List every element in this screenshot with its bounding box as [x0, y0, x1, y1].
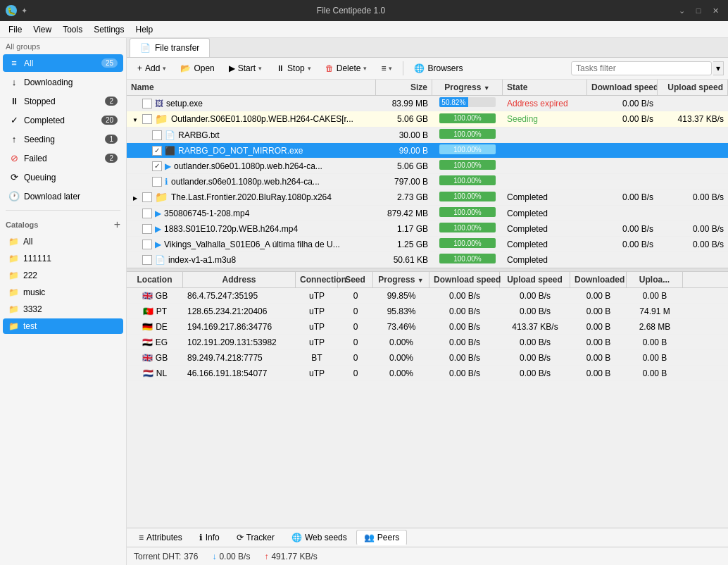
row-size: 1.25 GB [376, 238, 432, 251]
tab-file-transfer[interactable]: 📄 File transfer [130, 38, 210, 57]
table-row[interactable]: 🖼 setup.exe 83.99 MB 50.82% Address expi… [127, 96, 728, 111]
lower-dl-speed: 0.00 B/s [429, 290, 500, 302]
catalog-item-all[interactable]: 📁 All [3, 234, 123, 249]
th-name[interactable]: Name [127, 80, 376, 95]
open-button[interactable]: 📂 Open [174, 61, 220, 76]
tab-bar: 📄 File transfer [127, 38, 728, 58]
btab-peers[interactable]: 👥 Peers [356, 530, 407, 545]
catalog-item-test[interactable]: 📁 test [3, 318, 123, 334]
row-checkbox[interactable] [142, 99, 152, 108]
progress-fill: 100.00% [439, 129, 496, 139]
row-checkbox[interactable] [152, 177, 162, 187]
menu-settings[interactable]: Settings [88, 23, 130, 36]
delete-button[interactable]: 🗑 Delete ▾ [319, 61, 374, 76]
lth-location[interactable]: Location [127, 272, 183, 287]
row-dl-speed [587, 149, 658, 152]
sidebar-label-download-later: Download later [24, 192, 80, 201]
sidebar-item-completed[interactable]: ✓ Completed 20 [3, 111, 123, 129]
sidebar-item-all[interactable]: ≡ All 25 [3, 54, 123, 72]
close-btn[interactable]: ✕ [708, 5, 722, 16]
sidebar-item-stopped[interactable]: ⏸ Stopped 2 [3, 92, 123, 110]
tasks-filter-input[interactable] [571, 61, 712, 75]
lth-connection[interactable]: Connection [296, 272, 338, 287]
th-size[interactable]: Size [376, 80, 432, 95]
stop-button[interactable]: ⏸ Stop ▾ [270, 61, 318, 76]
table-row[interactable]: 📄 RARBG.txt 30.00 B 100.00% [127, 128, 728, 143]
sidebar-item-failed[interactable]: ⊘ Failed 2 [3, 149, 123, 167]
table-row[interactable]: 📁 The.Last.Frontier.2020.BluRay.1080p.x2… [127, 190, 728, 206]
row-checkbox[interactable] [152, 161, 162, 171]
table-row[interactable]: ▶ 1883.S01E10.720p.WEB.h264.mp4 1.17 GB … [127, 221, 728, 237]
row-checkbox[interactable] [142, 255, 152, 265]
sidebar-item-seeding[interactable]: ↑ Seeding 1 [3, 130, 123, 148]
lower-seed: 0 [338, 290, 373, 302]
th-dl-speed[interactable]: Download speed [587, 80, 658, 95]
sidebar-item-queuing[interactable]: ⟳ Queuing [3, 168, 123, 186]
lower-row[interactable]: 🇳🇱 NL 46.166.191.18:54077 uTP 0 0.00% 0.… [127, 366, 728, 381]
expand-btn[interactable] [131, 115, 139, 123]
menu-file[interactable]: File [3, 23, 27, 36]
menu-view[interactable]: View [27, 23, 57, 36]
table-row[interactable]: ▶ 350806745-1-208.mp4 879.42 MB 100.00% … [127, 206, 728, 221]
table-row[interactable]: 📁 Outlander.S06E01.1080p.WEB.H264-CAKES[… [127, 111, 728, 128]
lth-progress[interactable]: Progress ▼ [373, 272, 429, 287]
lower-row[interactable]: 🇪🇬 EG 102.191.209.131:53982 uTP 0 0.00% … [127, 335, 728, 350]
table-row[interactable]: ▶ outlander.s06e01.1080p.web.h264-ca... … [127, 159, 728, 174]
menu-help[interactable]: Help [130, 23, 159, 36]
add-button[interactable]: + Add ▾ [131, 61, 172, 76]
lth-address[interactable]: Address [183, 272, 296, 287]
row-checkbox[interactable] [152, 130, 162, 140]
catalog-item-111111[interactable]: 📁 111111 [3, 251, 123, 266]
maximize-btn[interactable]: □ [691, 5, 705, 16]
lth-seed[interactable]: Seed [338, 272, 373, 287]
catalog-item-222[interactable]: 📁 222 [3, 268, 123, 283]
lower-connection: uTP [296, 305, 338, 318]
row-name: 📁 The.Last.Frontier.2020.BluRay.1080p.x2… [127, 190, 376, 205]
row-state: Seeding [503, 113, 587, 125]
lth-uploaded[interactable]: Uploa... [627, 272, 683, 287]
row-checkbox[interactable] [142, 209, 152, 218]
filter-dropdown-btn[interactable]: ▾ [713, 61, 724, 75]
row-checkbox[interactable] [142, 224, 152, 234]
btab-info[interactable]: ℹ Info [192, 530, 227, 545]
start-button[interactable]: ▶ Start ▾ [222, 61, 268, 76]
catalogs-add-btn[interactable]: + [114, 219, 120, 230]
row-checkbox[interactable] [142, 192, 152, 202]
catalog-item-3332[interactable]: 📁 3332 [3, 302, 123, 317]
minimize-btn[interactable]: ⌄ [674, 5, 689, 16]
row-checkbox[interactable] [142, 114, 152, 124]
more-button[interactable]: ≡ ▾ [375, 61, 398, 76]
th-progress[interactable]: Progress ▼ [432, 80, 503, 95]
lth-ul-speed[interactable]: Upload speed [500, 272, 570, 287]
table-row[interactable]: ▶ Vikings_Valhalla_S01E06_A última filha… [127, 237, 728, 252]
table-row[interactable]: ⬛ RARBG_DO_NOT_MIRROR.exe 99.00 B 100.00… [127, 143, 728, 159]
progress-text: 100.00% [453, 146, 481, 154]
sidebar-item-download-later[interactable]: 🕐 Download later [3, 187, 123, 205]
lower-row[interactable]: 🇩🇪 DE 194.169.217.86:34776 uTP 0 73.46% … [127, 319, 728, 335]
expand-btn[interactable] [131, 193, 139, 201]
download-icon: ↓ [8, 77, 20, 87]
sidebar-item-downloading[interactable]: ↓ Downloading [3, 73, 123, 91]
lth-dl-speed[interactable]: Download speed [429, 272, 500, 287]
row-checkbox[interactable] [142, 240, 152, 249]
table-row[interactable]: 📄 index-v1-a1.m3u8 50.61 KB 100.00% Comp… [127, 252, 728, 268]
btab-tracker[interactable]: ⟳ Tracker [229, 530, 282, 545]
catalog-item-music[interactable]: 📁 music [3, 285, 123, 300]
lth-downloaded[interactable]: Downloaded [570, 272, 627, 287]
row-ul-speed [658, 149, 728, 152]
lower-row[interactable]: 🇵🇹 PT 128.65.234.21:20406 uTP 0 95.83% 0… [127, 304, 728, 319]
lower-row[interactable]: 🇬🇧 GB 86.4.75.247:35195 uTP 0 99.85% 0.0… [127, 288, 728, 304]
row-checkbox[interactable] [152, 146, 162, 156]
row-name: ▶ 1883.S01E10.720p.WEB.h264.mp4 [127, 223, 376, 235]
browsers-button[interactable]: 🌐 Browsers [408, 61, 469, 76]
menu-tools[interactable]: Tools [57, 23, 88, 36]
th-ul-speed[interactable]: Upload speed [658, 80, 728, 95]
table-body: 🖼 setup.exe 83.99 MB 50.82% Address expi… [127, 96, 728, 268]
lower-row[interactable]: 🇬🇧 GB 89.249.74.218:7775 BT 0 0.00% 0.00… [127, 350, 728, 366]
table-row[interactable]: ℹ outlander.s06e01.1080p.web.h264-ca... … [127, 174, 728, 190]
th-state[interactable]: State [503, 80, 587, 95]
btab-webseeds[interactable]: 🌐 Web seeds [284, 530, 355, 545]
file-type-icon: 📄 [155, 255, 165, 265]
btab-attributes[interactable]: ≡ Attributes [131, 530, 190, 545]
progress-fill: 100.00% [439, 223, 496, 232]
